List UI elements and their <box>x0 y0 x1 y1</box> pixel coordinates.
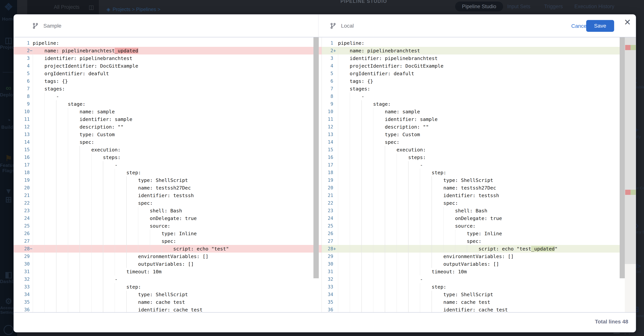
diff-sign <box>333 207 336 215</box>
rail-item-variables[interactable]: Σ Variables <box>636 76 644 89</box>
code-text: orgIdentifier: deafult <box>44 70 109 77</box>
diff-sign <box>333 93 336 100</box>
right-pane-title: Local <box>330 15 354 37</box>
cube-icon: ◫ <box>89 4 94 11</box>
diff-sign <box>30 207 33 215</box>
line-number: 23 <box>322 207 333 215</box>
line-number: 2 <box>14 47 30 55</box>
yaml-diff-modal: Sample Local Cancel Save ✕ 1pipeline:2−n… <box>14 14 636 332</box>
code-text: stage: <box>68 100 86 108</box>
tab-execution-history[interactable]: Execution History <box>574 2 614 12</box>
line-number: 32 <box>14 275 30 283</box>
tab-input-sets[interactable]: Input Sets <box>507 2 530 12</box>
diff-sign <box>333 184 336 192</box>
diff-line-left-4: 4projectIdentifier: DocGitExample <box>14 62 322 70</box>
diff-pane-original[interactable]: 1pipeline:2−name: pipelinebranchtest_upd… <box>14 37 322 312</box>
code-text: outputVariables: [] <box>443 260 499 268</box>
diff-sign <box>30 153 33 161</box>
rail-item-advanced-options[interactable]: ⊞ Advanced Options <box>636 305 644 318</box>
line-number: 7 <box>322 85 333 93</box>
save-button[interactable]: Save <box>586 20 614 32</box>
diff-line-left-15: 15execution: <box>14 146 322 153</box>
diff-sign <box>30 62 33 70</box>
canvas-control-dot <box>629 333 630 334</box>
diff-line-left-23: 23shell: Bash <box>14 207 322 215</box>
code-text: type: Inline <box>467 230 502 237</box>
code-text: spec: <box>162 237 176 245</box>
diff-pane-modified[interactable]: 1pipeline:2+name: pipelinebranchtest3ide… <box>322 37 636 312</box>
line-number: 32 <box>322 275 333 283</box>
code-text: name: cache test <box>443 298 490 306</box>
tab-pipeline-studio[interactable]: Pipeline Studio <box>455 2 503 12</box>
right-scrollbar-thumb[interactable] <box>620 37 625 278</box>
diff-sign <box>333 260 336 268</box>
line-number: 6 <box>322 77 333 85</box>
code-text: identifier: pipelinebranchtest <box>44 55 132 62</box>
code-text: source: <box>150 222 170 230</box>
code-text: type: Custom <box>80 131 115 138</box>
diff-line-left-14: 14spec: <box>14 138 322 146</box>
diff-sign: + <box>333 47 336 55</box>
code-text: - <box>115 161 118 169</box>
line-number: 31 <box>322 268 333 275</box>
diff-overview-ruler[interactable] <box>625 37 636 312</box>
breadcrumb[interactable]: ◈ Projects > Pipelines > <box>106 7 160 12</box>
diff-sign <box>30 222 33 230</box>
diff-sign <box>30 161 33 169</box>
diff-line-right-7: 7stages: <box>322 85 636 93</box>
diff-line-right-4: 4projectIdentifier: DocGitExample <box>322 62 636 70</box>
line-number: 5 <box>322 70 333 77</box>
harness-logo-icon: ❖ <box>0 3 17 11</box>
diff-line-left-8: 8- <box>14 93 322 100</box>
code-text: stages: <box>350 85 370 93</box>
line-number: 21 <box>322 192 333 199</box>
diff-sign <box>333 131 336 138</box>
diff-sign <box>30 215 33 222</box>
diff-line-right-24: 24onDelegate: true <box>322 215 636 222</box>
git-branch-icon <box>330 23 336 29</box>
project-selector[interactable]: All Projects ◫ <box>27 0 99 14</box>
code-text: name: pipelinebranchtest_updated <box>44 47 138 55</box>
line-number: 18 <box>322 169 333 176</box>
diff-line-left-20: 20name: testssh27Dec <box>14 184 322 192</box>
line-number: 5 <box>14 70 30 77</box>
code-text: orgIdentifier: deafult <box>350 70 414 77</box>
rail-item-policy-sets[interactable]: ◇ Policy Sets <box>636 221 644 234</box>
diff-line-right-10: 10name: sample <box>322 108 636 115</box>
rail-item-model[interactable]: </> Model <box>636 263 644 274</box>
code-text: shell: Bash <box>150 207 182 215</box>
rail-item-flow-control[interactable]: ≡ Flow Control <box>636 177 644 190</box>
line-number: 29 <box>14 253 30 260</box>
shield-icon: ◇ <box>636 221 644 230</box>
diff-sign <box>30 298 33 306</box>
code-text: stage: <box>373 100 391 108</box>
code-text: step: <box>432 169 446 176</box>
diff-sign <box>333 146 336 153</box>
line-number: 26 <box>14 230 30 237</box>
code-text: - <box>420 161 423 169</box>
line-number: 20 <box>322 184 333 192</box>
code-text: - <box>115 275 118 283</box>
sidebar-divider <box>3 72 14 73</box>
diff-editor: 1pipeline:2−name: pipelinebranchtest_upd… <box>14 37 636 312</box>
line-number: 34 <box>322 291 333 298</box>
code-text: spec: <box>80 138 94 146</box>
diff-sign <box>333 176 336 184</box>
line-number: 6 <box>14 77 30 85</box>
rail-item-notify[interactable]: ✈ Notify <box>636 126 644 139</box>
code-text: source: <box>455 222 476 230</box>
line-number: 16 <box>322 153 333 161</box>
canvas-zoom-out-button[interactable] <box>614 333 620 334</box>
code-text: timeout: 10m <box>126 268 162 275</box>
close-icon[interactable]: ✕ <box>623 17 632 27</box>
tab-triggers[interactable]: Triggers <box>544 2 563 12</box>
diff-line-right-36: 36identifier: cache_test <box>322 306 636 312</box>
diff-line-right-8: 8- <box>322 93 636 100</box>
line-number: 24 <box>14 215 30 222</box>
code-text: identifier: pipelinebranchtest <box>350 55 438 62</box>
diff-line-right-17: 17- <box>322 161 636 169</box>
line-number: 28 <box>14 245 30 253</box>
line-number: 19 <box>322 176 333 184</box>
left-scrollbar-thumb[interactable] <box>314 37 319 278</box>
diff-marker-line-2 <box>625 45 636 50</box>
